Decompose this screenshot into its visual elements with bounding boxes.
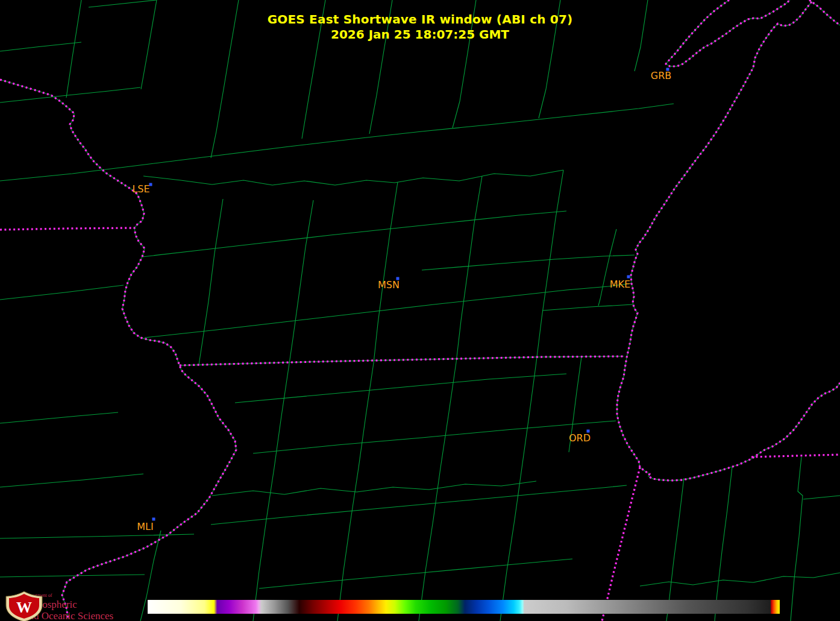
city-label-ord: ORD <box>569 432 591 444</box>
uw-crest-icon: W <box>4 591 46 621</box>
city-label-mke: MKE <box>610 279 630 290</box>
city-label-mli: MLI <box>137 521 153 532</box>
title-line-1: GOES East Shortwave IR window (ABI ch 07… <box>0 12 840 27</box>
map-background <box>0 0 840 621</box>
colorbar-layer <box>148 600 780 614</box>
temperature-colorbar <box>148 600 780 614</box>
svg-text:W: W <box>16 599 32 616</box>
map-canvas: GRBLSEMSNMKEORDMLI <box>0 0 840 621</box>
city-marker-mke <box>627 276 630 279</box>
title-line-2: 2026 Jan 25 18:07:25 GMT <box>0 27 840 42</box>
image-title: GOES East Shortwave IR window (ABI ch 07… <box>0 12 840 42</box>
city-marker-mli <box>152 518 155 521</box>
city-label-msn: MSN <box>378 279 400 291</box>
city-label-grb: GRB <box>651 70 672 81</box>
satellite-viewer: GRBLSEMSNMKEORDMLI GOES East Shortwave I… <box>0 0 840 621</box>
city-label-lse: LSE <box>132 183 149 195</box>
uw-aos-logo: W Department of Atmospheric and Oceanic … <box>4 590 113 621</box>
